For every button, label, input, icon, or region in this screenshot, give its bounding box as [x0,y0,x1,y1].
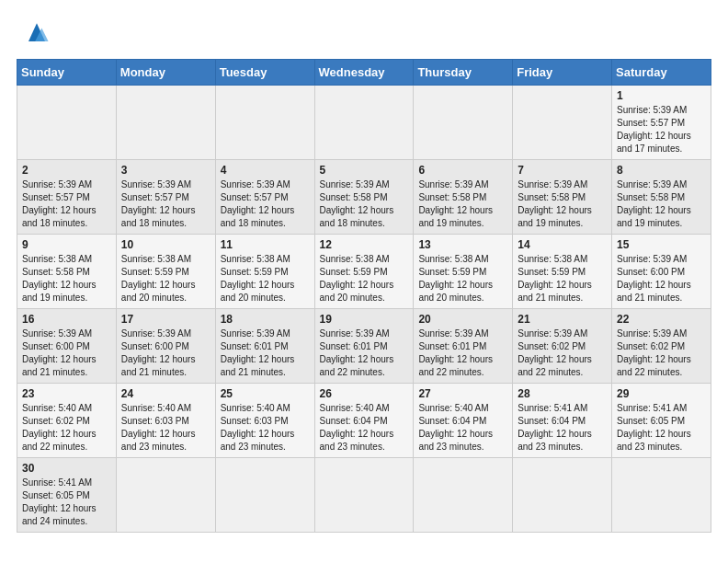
calendar-cell: 23Sunrise: 5:40 AM Sunset: 6:02 PM Dayli… [17,384,117,458]
day-info: Sunrise: 5:41 AM Sunset: 6:04 PM Dayligh… [518,402,607,454]
day-number: 2 [22,164,111,177]
calendar-cell [314,458,414,533]
calendar-cell: 19Sunrise: 5:39 AM Sunset: 6:01 PM Dayli… [314,309,414,384]
calendar-cell [215,458,314,533]
calendar-cell: 26Sunrise: 5:40 AM Sunset: 6:04 PM Dayli… [314,384,414,458]
day-info: Sunrise: 5:39 AM Sunset: 6:00 PM Dayligh… [617,253,706,304]
day-number: 15 [617,238,706,251]
day-number: 19 [320,313,409,326]
calendar-cell: 25Sunrise: 5:40 AM Sunset: 6:03 PM Dayli… [215,384,314,458]
weekday-header: Wednesday [314,60,414,86]
day-info: Sunrise: 5:39 AM Sunset: 6:02 PM Dayligh… [518,327,607,379]
calendar-cell: 7Sunrise: 5:39 AM Sunset: 5:58 PM Daylig… [513,160,612,235]
logo [17,17,53,50]
day-info: Sunrise: 5:39 AM Sunset: 5:58 PM Dayligh… [518,178,607,230]
day-info: Sunrise: 5:39 AM Sunset: 5:57 PM Dayligh… [617,104,706,155]
day-number: 18 [221,313,310,326]
calendar-row: 1Sunrise: 5:39 AM Sunset: 5:57 PM Daylig… [17,86,711,160]
calendar-cell: 4Sunrise: 5:39 AM Sunset: 5:57 PM Daylig… [215,160,314,235]
day-number: 8 [617,164,706,177]
day-info: Sunrise: 5:40 AM Sunset: 6:02 PM Dayligh… [22,402,111,454]
day-info: Sunrise: 5:39 AM Sunset: 6:00 PM Dayligh… [22,327,111,379]
calendar-row: 30Sunrise: 5:41 AM Sunset: 6:05 PM Dayli… [17,458,711,533]
calendar-cell: 17Sunrise: 5:39 AM Sunset: 6:00 PM Dayli… [116,309,215,384]
day-number: 23 [22,387,111,400]
day-number: 17 [121,313,210,326]
calendar-row: 2Sunrise: 5:39 AM Sunset: 5:57 PM Daylig… [17,160,711,235]
calendar-cell [513,86,612,160]
day-number: 5 [320,164,409,177]
day-number: 1 [617,89,706,102]
day-info: Sunrise: 5:39 AM Sunset: 5:57 PM Dayligh… [121,178,210,230]
calendar-row: 23Sunrise: 5:40 AM Sunset: 6:02 PM Dayli… [17,384,711,458]
day-number: 10 [121,238,210,251]
weekday-header: Sunday [17,60,117,86]
day-info: Sunrise: 5:41 AM Sunset: 6:05 PM Dayligh… [617,402,706,454]
calendar-cell: 13Sunrise: 5:38 AM Sunset: 5:59 PM Dayli… [414,235,513,309]
day-number: 16 [22,313,111,326]
day-info: Sunrise: 5:41 AM Sunset: 6:05 PM Dayligh… [22,477,111,528]
day-number: 20 [418,313,507,326]
calendar-cell: 24Sunrise: 5:40 AM Sunset: 6:03 PM Dayli… [116,384,215,458]
calendar-cell: 21Sunrise: 5:39 AM Sunset: 6:02 PM Dayli… [513,309,612,384]
calendar-cell: 10Sunrise: 5:38 AM Sunset: 5:59 PM Dayli… [116,235,215,309]
day-info: Sunrise: 5:39 AM Sunset: 6:02 PM Dayligh… [617,327,706,379]
day-number: 12 [320,238,409,251]
day-info: Sunrise: 5:39 AM Sunset: 5:57 PM Dayligh… [22,178,111,230]
day-info: Sunrise: 5:39 AM Sunset: 6:01 PM Dayligh… [320,327,409,379]
calendar-cell: 5Sunrise: 5:39 AM Sunset: 5:58 PM Daylig… [314,160,414,235]
day-info: Sunrise: 5:38 AM Sunset: 5:59 PM Dayligh… [320,253,409,304]
calendar-cell: 11Sunrise: 5:38 AM Sunset: 5:59 PM Dayli… [215,235,314,309]
calendar-cell: 3Sunrise: 5:39 AM Sunset: 5:57 PM Daylig… [116,160,215,235]
calendar-cell: 20Sunrise: 5:39 AM Sunset: 6:01 PM Dayli… [414,309,513,384]
day-info: Sunrise: 5:40 AM Sunset: 6:03 PM Dayligh… [121,402,210,454]
day-number: 27 [418,387,507,400]
calendar-cell [414,458,513,533]
calendar-cell: 6Sunrise: 5:39 AM Sunset: 5:58 PM Daylig… [414,160,513,235]
day-info: Sunrise: 5:38 AM Sunset: 5:59 PM Dayligh… [221,253,310,304]
day-number: 21 [518,313,607,326]
calendar-cell [612,458,711,533]
calendar-cell: 9Sunrise: 5:38 AM Sunset: 5:58 PM Daylig… [17,235,117,309]
day-info: Sunrise: 5:40 AM Sunset: 6:04 PM Dayligh… [320,402,409,454]
day-info: Sunrise: 5:39 AM Sunset: 5:58 PM Dayligh… [617,178,706,230]
day-number: 3 [121,164,210,177]
day-number: 4 [221,164,310,177]
calendar-cell [17,86,117,160]
calendar-cell: 1Sunrise: 5:39 AM Sunset: 5:57 PM Daylig… [612,86,711,160]
calendar-cell [513,458,612,533]
day-info: Sunrise: 5:38 AM Sunset: 5:59 PM Dayligh… [518,253,607,304]
calendar-cell: 27Sunrise: 5:40 AM Sunset: 6:04 PM Dayli… [414,384,513,458]
calendar-cell: 29Sunrise: 5:41 AM Sunset: 6:05 PM Dayli… [612,384,711,458]
day-info: Sunrise: 5:39 AM Sunset: 6:00 PM Dayligh… [121,327,210,379]
day-number: 11 [221,238,310,251]
day-number: 7 [518,164,607,177]
calendar-cell [215,86,314,160]
day-info: Sunrise: 5:39 AM Sunset: 5:57 PM Dayligh… [221,178,310,230]
day-number: 24 [121,387,210,400]
day-info: Sunrise: 5:40 AM Sunset: 6:04 PM Dayligh… [418,402,507,454]
day-info: Sunrise: 5:39 AM Sunset: 5:58 PM Dayligh… [418,178,507,230]
weekday-header: Tuesday [215,60,314,86]
calendar-cell: 15Sunrise: 5:39 AM Sunset: 6:00 PM Dayli… [612,235,711,309]
day-number: 29 [617,387,706,400]
calendar-cell: 2Sunrise: 5:39 AM Sunset: 5:57 PM Daylig… [17,160,117,235]
calendar-cell [414,86,513,160]
calendar-cell [314,86,414,160]
weekday-header: Friday [513,60,612,86]
page-header [17,17,711,50]
day-number: 9 [22,238,111,251]
day-number: 14 [518,238,607,251]
day-info: Sunrise: 5:38 AM Sunset: 5:58 PM Dayligh… [22,253,111,304]
day-number: 28 [518,387,607,400]
weekday-header: Thursday [414,60,513,86]
weekday-header: Saturday [612,60,711,86]
day-number: 30 [22,462,111,475]
calendar-row: 9Sunrise: 5:38 AM Sunset: 5:58 PM Daylig… [17,235,711,309]
day-info: Sunrise: 5:38 AM Sunset: 5:59 PM Dayligh… [121,253,210,304]
day-info: Sunrise: 5:39 AM Sunset: 5:58 PM Dayligh… [320,178,409,230]
day-info: Sunrise: 5:39 AM Sunset: 6:01 PM Dayligh… [418,327,507,379]
weekday-header: Monday [116,60,215,86]
day-info: Sunrise: 5:39 AM Sunset: 6:01 PM Dayligh… [221,327,310,379]
calendar-cell: 30Sunrise: 5:41 AM Sunset: 6:05 PM Dayli… [17,458,117,533]
